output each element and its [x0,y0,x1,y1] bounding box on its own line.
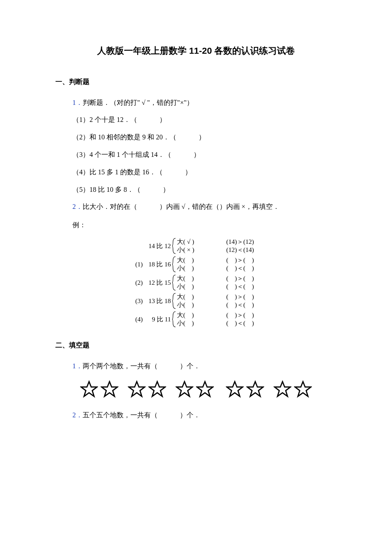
compare-label: 14 比 12 [144,237,172,255]
rhs-gt: ( )＞( ) [226,256,282,265]
s1-q1-item-4: （4）比 15 多 1 的数是 16．（ ） [72,165,337,180]
section-1-heading: 一、判断题 [55,76,337,88]
star-icon [274,380,291,398]
row-prefix: (1) [130,256,144,273]
compare-options: 大( ) 小( ) [177,274,211,292]
compare-options: 大( ) 小( ) [177,256,211,273]
row-prefix [130,237,144,255]
row-prefix: (2) [130,274,144,292]
s1-q1-item-5: （5）18 比 10 多 8．（ ） [72,182,337,198]
star-icon [176,380,193,398]
rhs-gt: ( )＞( ) [226,311,282,320]
page-title: 人教版一年级上册数学 11-20 各数的认识练习试卷 [55,43,337,59]
opt-small: 小( ) [177,301,211,309]
opt-big: 大( ) [177,275,211,283]
q-text: 比大小．对的在（ ）内画 √，错的在（）内画 ×，再填空． [83,203,280,210]
compare-block: 14 比 12 大( √ ) 小( × ) (14)＞(12) (12)＜(14… [83,237,309,328]
rhs-lt: (12)＜(14) [226,246,282,254]
star-icon [294,380,312,398]
q-number: 2． [72,411,83,419]
row-prefix: (3) [130,292,144,310]
s1-q1-item-1: （1）2 个十是 12．（ ） [72,112,337,128]
q-number: 1． [72,99,83,106]
compare-row-3: (3) 13 比 18 大( ) 小( ) ( )＞( ) ( )＜( ) [130,292,309,310]
star-icon [80,380,98,398]
compare-label: 9 比 11 [144,311,172,328]
star-icon [128,380,146,398]
opt-small: 小( ) [177,264,211,273]
compare-label: 12 比 15 [144,274,172,292]
brace-icon [172,274,177,292]
section-2-heading: 二、填空题 [55,339,337,352]
s1-q1-item-3: （3）4 个一和 1 个十组成 14．（ ） [72,147,337,163]
compare-label: 13 比 18 [144,292,172,310]
stars-figure [80,380,337,398]
compare-rhs: ( )＞( ) ( )＜( ) [211,274,282,292]
brace-icon [172,256,177,273]
brace-icon [172,292,177,310]
star-icon [196,380,214,398]
q-text: 两个两个地数，一共有（ ）个． [83,362,200,370]
s1-q2-stem: 2．比大小．对的在（ ）内画 √，错的在（）内画 ×，再填空． [72,199,337,215]
rhs-lt: ( )＜( ) [226,264,282,273]
q-text: 五个五个地数，一共有（ ）个． [83,411,200,419]
rhs-gt: ( )＞( ) [226,293,282,301]
compare-rhs: ( )＞( ) ( )＜( ) [211,256,282,273]
compare-row-1: (1) 18 比 16 大( ) 小( ) ( )＞( ) ( )＜( ) [130,256,309,273]
compare-label: 18 比 16 [144,256,172,273]
q-number: 1． [72,362,83,370]
opt-small: 小( × ) [177,246,211,254]
opt-big: 大( ) [177,311,211,320]
brace-icon [172,311,177,328]
star-icon [148,380,166,398]
s2-q2-stem: 2．五个五个地数，一共有（ ）个． [72,408,337,423]
s1-q1-item-2: （2）和 10 相邻的数是 9 和 20．（ ） [72,130,337,145]
rhs-gt: ( )＞( ) [226,275,282,283]
rhs-lt: ( )＜( ) [226,301,282,309]
compare-options: 大( ) 小( ) [177,311,211,328]
star-icon [246,380,264,398]
compare-example-row: 14 比 12 大( √ ) 小( × ) (14)＞(12) (12)＜(14… [130,237,309,255]
compare-rhs: ( )＞( ) ( )＜( ) [211,292,282,310]
opt-small: 小( ) [177,319,211,328]
opt-big: 大( √ ) [177,238,211,246]
rhs-gt: (14)＞(12) [226,238,282,246]
compare-rhs: (14)＞(12) (12)＜(14) [211,237,282,255]
rhs-lt: ( )＜( ) [226,319,282,328]
s2-q1-stem: 1．两个两个地数，一共有（ ）个． [72,358,337,374]
opt-big: 大( ) [177,256,211,265]
q-text: 判断题．（对的打" √ "，错的打"×"） [83,99,193,106]
q-number: 2． [72,203,83,210]
compare-options: 大( √ ) 小( × ) [177,237,211,255]
row-prefix: (4) [130,311,144,328]
brace-icon [172,237,177,255]
compare-options: 大( ) 小( ) [177,292,211,310]
example-label: 例： [72,219,337,231]
star-icon [226,380,244,398]
compare-row-2: (2) 12 比 15 大( ) 小( ) ( )＞( ) ( )＜( ) [130,274,309,292]
compare-row-4: (4) 9 比 11 大( ) 小( ) ( )＞( ) ( )＜( ) [130,311,309,328]
opt-small: 小( ) [177,283,211,291]
compare-rhs: ( )＞( ) ( )＜( ) [211,311,282,328]
rhs-lt: ( )＜( ) [226,283,282,291]
s1-q1-stem: 1．判断题．（对的打" √ "，错的打"×"） [72,95,337,111]
opt-big: 大( ) [177,293,211,301]
star-icon [101,380,118,398]
